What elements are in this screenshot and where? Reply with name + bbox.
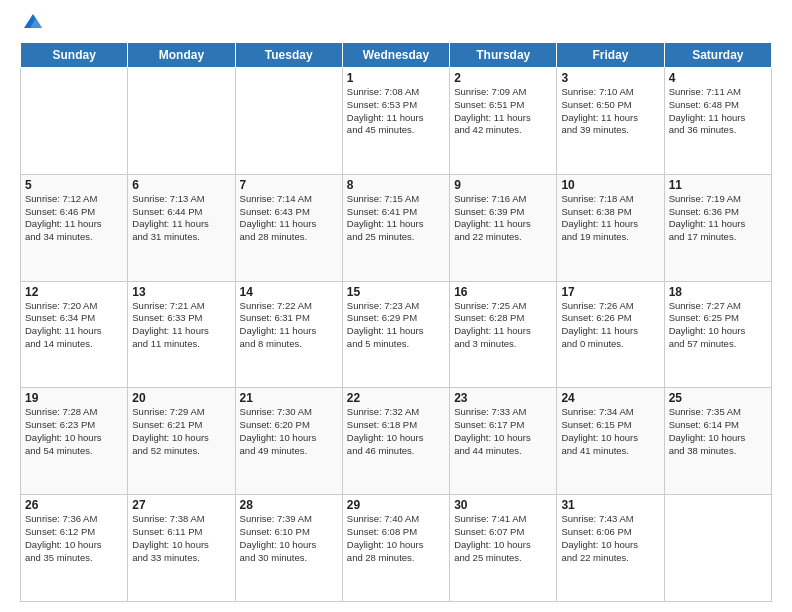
page: SundayMondayTuesdayWednesdayThursdayFrid… bbox=[0, 0, 792, 612]
calendar-cell: 3Sunrise: 7:10 AM Sunset: 6:50 PM Daylig… bbox=[557, 68, 664, 175]
day-info: Sunrise: 7:11 AM Sunset: 6:48 PM Dayligh… bbox=[669, 86, 767, 137]
day-info: Sunrise: 7:41 AM Sunset: 6:07 PM Dayligh… bbox=[454, 513, 552, 564]
day-number: 23 bbox=[454, 391, 552, 405]
calendar-header-thursday: Thursday bbox=[450, 43, 557, 68]
day-number: 22 bbox=[347, 391, 445, 405]
calendar-cell bbox=[21, 68, 128, 175]
day-number: 3 bbox=[561, 71, 659, 85]
day-info: Sunrise: 7:26 AM Sunset: 6:26 PM Dayligh… bbox=[561, 300, 659, 351]
day-number: 17 bbox=[561, 285, 659, 299]
calendar-cell: 10Sunrise: 7:18 AM Sunset: 6:38 PM Dayli… bbox=[557, 174, 664, 281]
day-info: Sunrise: 7:19 AM Sunset: 6:36 PM Dayligh… bbox=[669, 193, 767, 244]
day-number: 15 bbox=[347, 285, 445, 299]
calendar-cell: 9Sunrise: 7:16 AM Sunset: 6:39 PM Daylig… bbox=[450, 174, 557, 281]
day-number: 13 bbox=[132, 285, 230, 299]
day-number: 28 bbox=[240, 498, 338, 512]
day-number: 1 bbox=[347, 71, 445, 85]
day-number: 12 bbox=[25, 285, 123, 299]
day-number: 6 bbox=[132, 178, 230, 192]
calendar-cell bbox=[664, 495, 771, 602]
day-number: 20 bbox=[132, 391, 230, 405]
calendar-cell: 4Sunrise: 7:11 AM Sunset: 6:48 PM Daylig… bbox=[664, 68, 771, 175]
calendar-cell: 28Sunrise: 7:39 AM Sunset: 6:10 PM Dayli… bbox=[235, 495, 342, 602]
calendar-cell: 21Sunrise: 7:30 AM Sunset: 6:20 PM Dayli… bbox=[235, 388, 342, 495]
calendar-cell: 25Sunrise: 7:35 AM Sunset: 6:14 PM Dayli… bbox=[664, 388, 771, 495]
day-number: 7 bbox=[240, 178, 338, 192]
day-info: Sunrise: 7:09 AM Sunset: 6:51 PM Dayligh… bbox=[454, 86, 552, 137]
calendar-cell: 19Sunrise: 7:28 AM Sunset: 6:23 PM Dayli… bbox=[21, 388, 128, 495]
calendar-header-friday: Friday bbox=[557, 43, 664, 68]
calendar-cell: 11Sunrise: 7:19 AM Sunset: 6:36 PM Dayli… bbox=[664, 174, 771, 281]
calendar-cell: 20Sunrise: 7:29 AM Sunset: 6:21 PM Dayli… bbox=[128, 388, 235, 495]
calendar-header-monday: Monday bbox=[128, 43, 235, 68]
day-info: Sunrise: 7:39 AM Sunset: 6:10 PM Dayligh… bbox=[240, 513, 338, 564]
day-info: Sunrise: 7:27 AM Sunset: 6:25 PM Dayligh… bbox=[669, 300, 767, 351]
calendar-cell: 1Sunrise: 7:08 AM Sunset: 6:53 PM Daylig… bbox=[342, 68, 449, 175]
day-number: 11 bbox=[669, 178, 767, 192]
day-number: 31 bbox=[561, 498, 659, 512]
day-info: Sunrise: 7:34 AM Sunset: 6:15 PM Dayligh… bbox=[561, 406, 659, 457]
calendar-cell: 29Sunrise: 7:40 AM Sunset: 6:08 PM Dayli… bbox=[342, 495, 449, 602]
calendar-cell: 7Sunrise: 7:14 AM Sunset: 6:43 PM Daylig… bbox=[235, 174, 342, 281]
calendar-header-saturday: Saturday bbox=[664, 43, 771, 68]
day-number: 18 bbox=[669, 285, 767, 299]
day-number: 5 bbox=[25, 178, 123, 192]
day-info: Sunrise: 7:15 AM Sunset: 6:41 PM Dayligh… bbox=[347, 193, 445, 244]
day-info: Sunrise: 7:23 AM Sunset: 6:29 PM Dayligh… bbox=[347, 300, 445, 351]
day-number: 24 bbox=[561, 391, 659, 405]
day-number: 30 bbox=[454, 498, 552, 512]
day-info: Sunrise: 7:22 AM Sunset: 6:31 PM Dayligh… bbox=[240, 300, 338, 351]
calendar-cell: 18Sunrise: 7:27 AM Sunset: 6:25 PM Dayli… bbox=[664, 281, 771, 388]
calendar-table: SundayMondayTuesdayWednesdayThursdayFrid… bbox=[20, 42, 772, 602]
calendar-cell: 26Sunrise: 7:36 AM Sunset: 6:12 PM Dayli… bbox=[21, 495, 128, 602]
calendar-cell: 31Sunrise: 7:43 AM Sunset: 6:06 PM Dayli… bbox=[557, 495, 664, 602]
day-info: Sunrise: 7:25 AM Sunset: 6:28 PM Dayligh… bbox=[454, 300, 552, 351]
calendar-header-sunday: Sunday bbox=[21, 43, 128, 68]
calendar-week-0: 1Sunrise: 7:08 AM Sunset: 6:53 PM Daylig… bbox=[21, 68, 772, 175]
day-number: 2 bbox=[454, 71, 552, 85]
day-info: Sunrise: 7:13 AM Sunset: 6:44 PM Dayligh… bbox=[132, 193, 230, 244]
calendar-cell: 2Sunrise: 7:09 AM Sunset: 6:51 PM Daylig… bbox=[450, 68, 557, 175]
day-info: Sunrise: 7:14 AM Sunset: 6:43 PM Dayligh… bbox=[240, 193, 338, 244]
calendar-cell: 5Sunrise: 7:12 AM Sunset: 6:46 PM Daylig… bbox=[21, 174, 128, 281]
calendar-cell: 24Sunrise: 7:34 AM Sunset: 6:15 PM Dayli… bbox=[557, 388, 664, 495]
calendar-week-3: 19Sunrise: 7:28 AM Sunset: 6:23 PM Dayli… bbox=[21, 388, 772, 495]
day-info: Sunrise: 7:33 AM Sunset: 6:17 PM Dayligh… bbox=[454, 406, 552, 457]
calendar-header-row: SundayMondayTuesdayWednesdayThursdayFrid… bbox=[21, 43, 772, 68]
day-number: 4 bbox=[669, 71, 767, 85]
calendar-header-wednesday: Wednesday bbox=[342, 43, 449, 68]
day-number: 25 bbox=[669, 391, 767, 405]
day-info: Sunrise: 7:08 AM Sunset: 6:53 PM Dayligh… bbox=[347, 86, 445, 137]
day-number: 8 bbox=[347, 178, 445, 192]
calendar-cell: 13Sunrise: 7:21 AM Sunset: 6:33 PM Dayli… bbox=[128, 281, 235, 388]
day-info: Sunrise: 7:36 AM Sunset: 6:12 PM Dayligh… bbox=[25, 513, 123, 564]
day-info: Sunrise: 7:20 AM Sunset: 6:34 PM Dayligh… bbox=[25, 300, 123, 351]
day-info: Sunrise: 7:21 AM Sunset: 6:33 PM Dayligh… bbox=[132, 300, 230, 351]
day-info: Sunrise: 7:28 AM Sunset: 6:23 PM Dayligh… bbox=[25, 406, 123, 457]
calendar-cell: 17Sunrise: 7:26 AM Sunset: 6:26 PM Dayli… bbox=[557, 281, 664, 388]
day-number: 14 bbox=[240, 285, 338, 299]
calendar-week-1: 5Sunrise: 7:12 AM Sunset: 6:46 PM Daylig… bbox=[21, 174, 772, 281]
day-number: 16 bbox=[454, 285, 552, 299]
day-info: Sunrise: 7:38 AM Sunset: 6:11 PM Dayligh… bbox=[132, 513, 230, 564]
day-info: Sunrise: 7:16 AM Sunset: 6:39 PM Dayligh… bbox=[454, 193, 552, 244]
day-info: Sunrise: 7:29 AM Sunset: 6:21 PM Dayligh… bbox=[132, 406, 230, 457]
day-info: Sunrise: 7:12 AM Sunset: 6:46 PM Dayligh… bbox=[25, 193, 123, 244]
day-number: 26 bbox=[25, 498, 123, 512]
day-info: Sunrise: 7:10 AM Sunset: 6:50 PM Dayligh… bbox=[561, 86, 659, 137]
calendar-cell: 23Sunrise: 7:33 AM Sunset: 6:17 PM Dayli… bbox=[450, 388, 557, 495]
day-number: 10 bbox=[561, 178, 659, 192]
day-info: Sunrise: 7:18 AM Sunset: 6:38 PM Dayligh… bbox=[561, 193, 659, 244]
day-info: Sunrise: 7:32 AM Sunset: 6:18 PM Dayligh… bbox=[347, 406, 445, 457]
day-info: Sunrise: 7:30 AM Sunset: 6:20 PM Dayligh… bbox=[240, 406, 338, 457]
day-number: 21 bbox=[240, 391, 338, 405]
day-info: Sunrise: 7:40 AM Sunset: 6:08 PM Dayligh… bbox=[347, 513, 445, 564]
calendar-cell: 8Sunrise: 7:15 AM Sunset: 6:41 PM Daylig… bbox=[342, 174, 449, 281]
logo bbox=[20, 18, 44, 32]
day-number: 27 bbox=[132, 498, 230, 512]
calendar-cell: 27Sunrise: 7:38 AM Sunset: 6:11 PM Dayli… bbox=[128, 495, 235, 602]
calendar-cell: 22Sunrise: 7:32 AM Sunset: 6:18 PM Dayli… bbox=[342, 388, 449, 495]
calendar-cell bbox=[128, 68, 235, 175]
day-number: 19 bbox=[25, 391, 123, 405]
calendar-cell: 15Sunrise: 7:23 AM Sunset: 6:29 PM Dayli… bbox=[342, 281, 449, 388]
